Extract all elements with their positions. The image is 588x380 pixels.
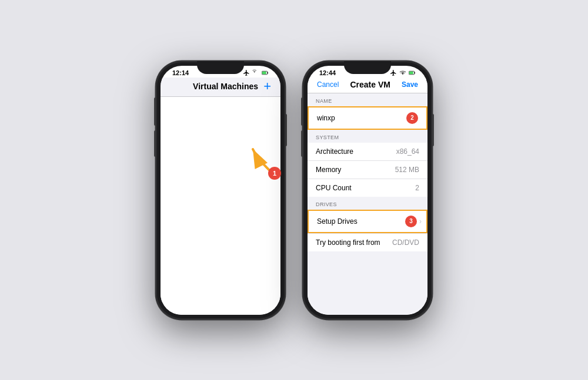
name-value: winxp bbox=[317, 114, 335, 122]
right-screen: 12:44 bbox=[308, 66, 427, 315]
add-vm-button[interactable]: + bbox=[263, 80, 271, 93]
right-nav-bar: Cancel Create VM Save bbox=[308, 78, 427, 93]
boot-from-row[interactable]: Try booting first from CD/DVD bbox=[308, 233, 427, 251]
create-vm-title: Create VM bbox=[350, 80, 390, 89]
battery-icon bbox=[262, 69, 269, 76]
airplane-icon bbox=[243, 69, 250, 76]
memory-row[interactable]: Memory 512 MB bbox=[308, 161, 427, 179]
create-vm-form: NAME winxp 2 SYSTEM Architecture bbox=[308, 93, 427, 315]
setup-drives-chevron: › bbox=[419, 217, 422, 226]
volume-up-button[interactable] bbox=[154, 108, 156, 126]
power-button[interactable] bbox=[285, 114, 287, 146]
empty-vm-list bbox=[161, 97, 280, 315]
boot-from-value: CD/DVD bbox=[392, 238, 419, 247]
name-field-row[interactable]: winxp 2 bbox=[309, 107, 426, 129]
step-3-badge: 3 bbox=[405, 216, 417, 227]
left-nav-bar: Virtual Machines + bbox=[161, 78, 280, 97]
left-nav-title: Virtual Machines bbox=[193, 82, 258, 91]
right-time: 12:44 bbox=[319, 69, 336, 76]
right-airplane-icon bbox=[390, 69, 397, 76]
cpu-count-label: CPU Count bbox=[316, 184, 352, 192]
left-phone: 12:14 bbox=[156, 61, 285, 320]
cpu-count-row[interactable]: CPU Count 2 bbox=[308, 179, 427, 197]
left-time: 12:14 bbox=[172, 69, 189, 76]
setup-drives-highlighted: Setup Drives 3 › bbox=[308, 210, 427, 233]
left-status-icons bbox=[243, 69, 269, 76]
setup-drives-label: Setup Drives bbox=[317, 217, 358, 226]
right-status-icons bbox=[390, 69, 416, 76]
architecture-label: Architecture bbox=[316, 147, 353, 156]
boot-from-label: Try booting first from bbox=[316, 238, 380, 247]
right-volume-up-button[interactable] bbox=[301, 108, 303, 126]
architecture-value: x86_64 bbox=[396, 147, 419, 156]
name-input-group: winxp 2 bbox=[308, 106, 427, 130]
memory-label: Memory bbox=[316, 166, 341, 174]
step-2-badge: 2 bbox=[406, 112, 418, 124]
right-status-bar: 12:44 bbox=[308, 66, 427, 78]
right-power-button[interactable] bbox=[432, 114, 434, 146]
right-phone: 12:44 bbox=[303, 61, 432, 320]
setup-drives-row[interactable]: Setup Drives 3 › bbox=[309, 211, 426, 232]
system-settings-group: Architecture x86_64 Memory 512 MB CPU Co… bbox=[308, 143, 427, 197]
save-button[interactable]: Save bbox=[402, 80, 418, 89]
svg-rect-1 bbox=[262, 71, 266, 74]
setup-drives-right: 3 › bbox=[402, 216, 422, 227]
svg-rect-5 bbox=[409, 71, 413, 74]
volume-down-button[interactable] bbox=[154, 130, 156, 157]
right-battery-icon bbox=[409, 69, 416, 76]
cancel-button[interactable]: Cancel bbox=[317, 80, 339, 89]
left-status-bar: 12:14 bbox=[161, 66, 280, 78]
drives-section-header: DRIVES bbox=[308, 197, 427, 210]
memory-value: 512 MB bbox=[395, 166, 419, 174]
left-screen: 12:14 bbox=[161, 66, 280, 315]
system-section-header: SYSTEM bbox=[308, 130, 427, 143]
name-section-header: NAME bbox=[308, 93, 427, 106]
cpu-count-value: 2 bbox=[415, 184, 419, 192]
wifi-icon bbox=[252, 69, 259, 76]
architecture-row[interactable]: Architecture x86_64 bbox=[308, 143, 427, 161]
right-volume-down-button[interactable] bbox=[301, 130, 303, 157]
boot-settings-group: Try booting first from CD/DVD bbox=[308, 233, 427, 251]
right-wifi-icon bbox=[399, 69, 406, 76]
